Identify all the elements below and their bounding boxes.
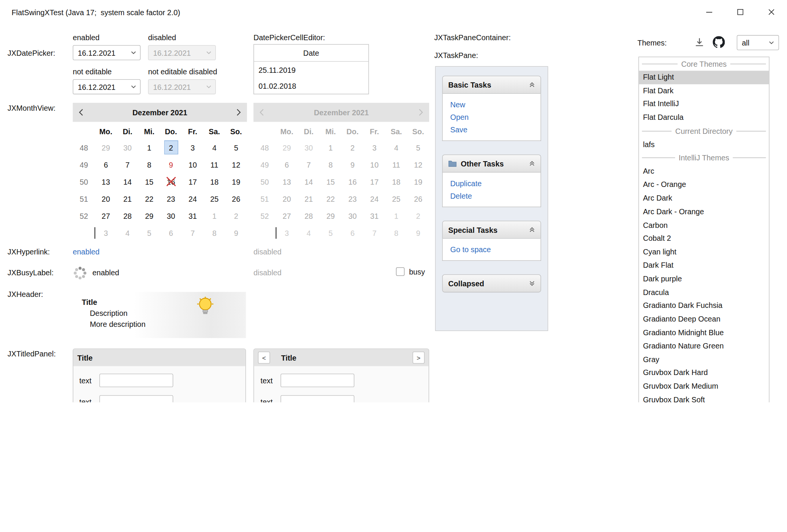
close-button[interactable] bbox=[756, 0, 787, 24]
taskpane-link[interactable]: Delete bbox=[450, 191, 533, 200]
day-cell[interactable]: 11 bbox=[203, 157, 225, 171]
day-cell[interactable]: 4 bbox=[203, 140, 225, 154]
day-cell[interactable]: 29 bbox=[139, 209, 160, 223]
table-row[interactable]: 01.02.2018 bbox=[254, 78, 368, 94]
theme-list-item[interactable]: Arc Dark bbox=[639, 191, 769, 205]
prev-month-icon[interactable] bbox=[79, 109, 83, 116]
theme-list-item[interactable]: Arc bbox=[639, 165, 769, 178]
theme-list-item[interactable]: Gradianto Midnight Blue bbox=[639, 326, 769, 339]
day-cell[interactable]: 3 bbox=[182, 140, 203, 154]
taskpane-link[interactable]: New bbox=[450, 100, 533, 109]
chevron-down-icon[interactable] bbox=[127, 46, 140, 60]
theme-list-item[interactable]: Gradianto Dark Fuchsia bbox=[639, 299, 769, 312]
theme-list-item[interactable]: Flat Darcula bbox=[639, 111, 769, 124]
theme-list-item[interactable]: Flat IntelliJ bbox=[639, 97, 769, 111]
checkbox-box[interactable] bbox=[396, 267, 405, 276]
next-month-icon[interactable] bbox=[236, 109, 241, 116]
theme-list-item[interactable]: lafs bbox=[639, 138, 769, 151]
day-cell[interactable]: 5 bbox=[139, 226, 160, 240]
day-cell[interactable]: 2 bbox=[225, 209, 247, 223]
day-cell[interactable]: 12 bbox=[225, 157, 247, 171]
day-cell[interactable]: 25 bbox=[203, 191, 225, 206]
day-cell[interactable]: 26 bbox=[225, 191, 247, 206]
table-row[interactable]: 25.11.2019 bbox=[254, 62, 368, 78]
day-cell[interactable]: 17 bbox=[182, 174, 203, 188]
day-cell[interactable]: 15 bbox=[139, 174, 160, 188]
day-cell[interactable]: 20 bbox=[95, 191, 116, 206]
datepicker-not-editable[interactable]: 16.12.2021 bbox=[73, 79, 141, 94]
theme-list-item[interactable]: Dark purple bbox=[639, 272, 769, 286]
theme-list-item[interactable]: Dracula bbox=[639, 286, 769, 299]
themes-filter-combo[interactable]: all bbox=[737, 35, 779, 50]
taskpane-link[interactable]: Open bbox=[450, 113, 533, 121]
theme-list-item[interactable]: Gradianto Nature Green bbox=[639, 339, 769, 353]
day-cell[interactable]: 21 bbox=[117, 191, 139, 206]
day-cell[interactable]: 27 bbox=[95, 209, 116, 223]
collapse-icon[interactable] bbox=[529, 227, 535, 233]
theme-list-item[interactable]: Flat Dark bbox=[639, 84, 769, 97]
day-cell[interactable]: 9 bbox=[160, 157, 182, 171]
day-cell[interactable]: 3 bbox=[95, 226, 116, 240]
expand-icon[interactable] bbox=[529, 280, 535, 286]
theme-list-item[interactable]: Cobalt 2 bbox=[639, 232, 769, 245]
taskpane-header[interactable]: Other Tasks bbox=[442, 154, 541, 173]
day-cell[interactable]: 10 bbox=[182, 157, 203, 171]
day-cell[interactable]: 8 bbox=[203, 226, 225, 240]
day-cell[interactable]: 8 bbox=[139, 157, 160, 171]
minimize-button[interactable] bbox=[694, 0, 725, 24]
text-input[interactable] bbox=[99, 373, 173, 387]
collapse-icon[interactable] bbox=[529, 160, 535, 166]
theme-list-item[interactable]: Arc Dark - Orange bbox=[639, 205, 769, 218]
day-cell[interactable]: 7 bbox=[182, 226, 203, 240]
day-cell[interactable]: 1 bbox=[139, 140, 160, 154]
day-cell[interactable]: 19 bbox=[225, 174, 247, 188]
checkbox-busy[interactable]: busy bbox=[396, 267, 425, 276]
day-cell[interactable]: 2 bbox=[160, 140, 182, 154]
day-cell[interactable]: 18 bbox=[203, 174, 225, 188]
day-cell[interactable]: 9 bbox=[225, 226, 247, 240]
day-cell[interactable]: 30 bbox=[117, 140, 139, 154]
day-cell[interactable]: 22 bbox=[139, 191, 160, 206]
theme-list-item[interactable]: Gray bbox=[639, 353, 769, 366]
taskpane-header[interactable]: Collapsed bbox=[442, 275, 541, 293]
day-cell[interactable]: 14 bbox=[117, 174, 139, 188]
hyperlink-enabled[interactable]: enabled bbox=[73, 247, 100, 256]
day-cell[interactable]: 6 bbox=[95, 157, 116, 171]
theme-list-item[interactable]: Gruvbox Dark Hard bbox=[639, 366, 769, 380]
download-icon[interactable] bbox=[695, 38, 704, 47]
chevron-down-icon[interactable] bbox=[127, 80, 140, 94]
day-cell[interactable]: 16 bbox=[160, 174, 182, 188]
prev-button[interactable]: < bbox=[258, 352, 270, 364]
day-cell[interactable]: 13 bbox=[95, 174, 116, 188]
maximize-button[interactable] bbox=[725, 0, 756, 24]
taskpane-link[interactable]: Duplicate bbox=[450, 179, 533, 187]
day-cell[interactable]: 1 bbox=[203, 209, 225, 223]
text-input[interactable] bbox=[99, 395, 173, 402]
theme-list-item[interactable]: Flat Light bbox=[639, 71, 769, 84]
theme-list-item[interactable]: Gradianto Deep Ocean bbox=[639, 312, 769, 326]
day-cell[interactable]: 24 bbox=[182, 191, 203, 206]
theme-list-item[interactable]: Gruvbox Dark Soft bbox=[639, 393, 769, 402]
taskpane-link[interactable]: Save bbox=[450, 126, 533, 134]
text-input[interactable] bbox=[280, 395, 354, 402]
collapse-icon[interactable] bbox=[529, 82, 535, 88]
day-cell[interactable]: 31 bbox=[182, 209, 203, 223]
next-button[interactable]: > bbox=[412, 352, 425, 364]
theme-list-item[interactable]: Carbon bbox=[639, 218, 769, 232]
theme-list-item[interactable]: Dark Flat bbox=[639, 259, 769, 272]
taskpane-header[interactable]: Basic Tasks bbox=[442, 76, 541, 94]
day-cell[interactable]: 4 bbox=[117, 226, 139, 240]
datepicker-enabled[interactable]: 16.12.2021 bbox=[73, 45, 141, 60]
theme-list-item[interactable]: Gruvbox Dark Medium bbox=[639, 380, 769, 393]
day-cell[interactable]: 30 bbox=[160, 209, 182, 223]
taskpane-header[interactable]: Special Tasks bbox=[442, 221, 541, 239]
date-column-header[interactable]: Date bbox=[254, 45, 368, 62]
day-cell[interactable]: 6 bbox=[160, 226, 182, 240]
theme-list-item[interactable]: Arc - Orange bbox=[639, 178, 769, 191]
day-cell[interactable]: 5 bbox=[225, 140, 247, 154]
day-cell[interactable]: 29 bbox=[95, 140, 116, 154]
day-cell[interactable]: 28 bbox=[117, 209, 139, 223]
day-cell[interactable]: 23 bbox=[160, 191, 182, 206]
day-cell[interactable]: 7 bbox=[117, 157, 139, 171]
taskpane-link[interactable]: Go to space bbox=[450, 245, 533, 254]
